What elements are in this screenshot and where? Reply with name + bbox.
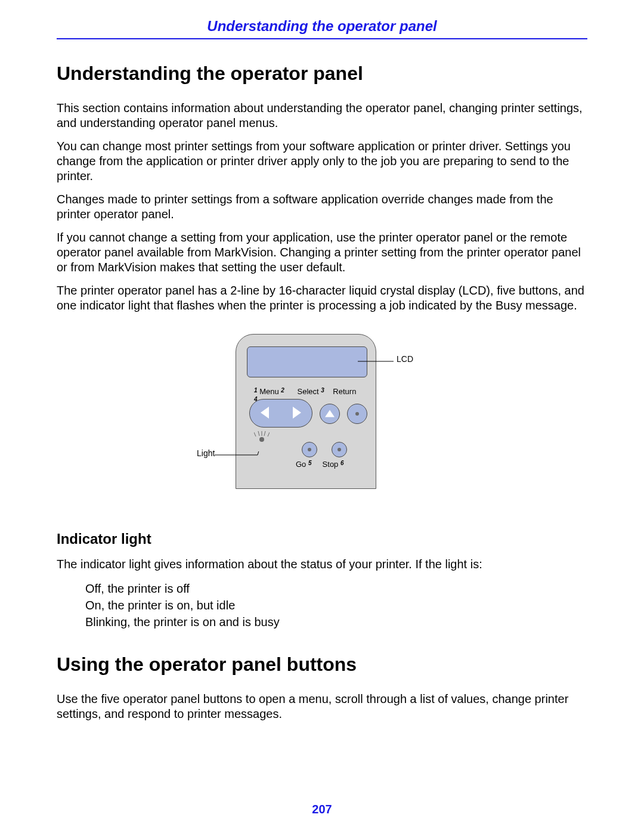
page-header-title: Understanding the operator panel (57, 18, 587, 38)
select-label: Select (298, 387, 319, 396)
page-number: 207 (0, 803, 644, 816)
body-paragraph: You can change most printer settings fro… (57, 139, 587, 184)
light-rays-icon (254, 431, 270, 437)
callout-line (215, 451, 259, 459)
superscript: 5 (308, 460, 312, 466)
light-callout-label: Light (197, 448, 215, 458)
indicator-light-icon (259, 437, 264, 442)
list-item: Off, the printer is off (85, 580, 587, 597)
operator-panel-figure: 1 Menu 2 Select 3 Return 4 (57, 334, 587, 513)
superscript: 2 (281, 387, 284, 394)
status-list: Off, the printer is off On, the printer … (85, 580, 587, 630)
stop-button (332, 442, 347, 457)
section-heading: Using the operator panel buttons (57, 654, 587, 675)
return-button (347, 404, 367, 424)
select-button (320, 404, 340, 424)
stop-label: Stop (323, 460, 339, 469)
svg-line-0 (254, 432, 256, 436)
menu-right-arrow-icon (293, 407, 301, 419)
menu-label: Menu (259, 387, 279, 396)
svg-line-3 (264, 431, 265, 436)
body-paragraph: Use the five operator panel buttons to o… (57, 692, 587, 721)
subsection-heading: Indicator light (57, 531, 587, 547)
section-heading: Understanding the operator panel (57, 63, 587, 84)
operator-panel-body: 1 Menu 2 Select 3 Return 4 (236, 334, 376, 489)
menu-left-arrow-icon (261, 407, 269, 419)
dot-icon (355, 412, 359, 416)
callout-line (358, 358, 400, 365)
menu-rocker-button (249, 399, 312, 428)
lcd-callout-label: LCD (397, 354, 413, 364)
triangle-up-icon (325, 410, 335, 417)
dot-icon (338, 448, 341, 451)
go-button (302, 442, 317, 457)
body-paragraph: If you cannot change a setting from your… (57, 230, 587, 275)
go-label: Go (296, 460, 306, 469)
dot-icon (308, 448, 311, 451)
body-paragraph: The indicator light gives information ab… (57, 557, 587, 572)
return-label: Return (333, 387, 356, 396)
superscript: 6 (340, 460, 344, 466)
body-paragraph: The printer operator panel has a 2-line … (57, 283, 587, 313)
svg-line-1 (258, 431, 259, 436)
svg-line-7 (258, 451, 259, 455)
superscript: 3 (321, 387, 324, 394)
document-page: Understanding the operator panel Underst… (0, 0, 644, 833)
body-paragraph: Changes made to printer settings from a … (57, 192, 587, 222)
superscript: 1 (254, 387, 258, 394)
body-paragraph: This section contains information about … (57, 101, 587, 131)
lcd-display (247, 346, 367, 377)
list-item: Blinking, the printer is on and is busy (85, 614, 587, 630)
list-item: On, the printer is on, but idle (85, 597, 587, 614)
header-rule (57, 38, 587, 39)
svg-line-4 (268, 432, 270, 436)
button-row2-labels: Go 5 Stop 6 (296, 460, 344, 469)
